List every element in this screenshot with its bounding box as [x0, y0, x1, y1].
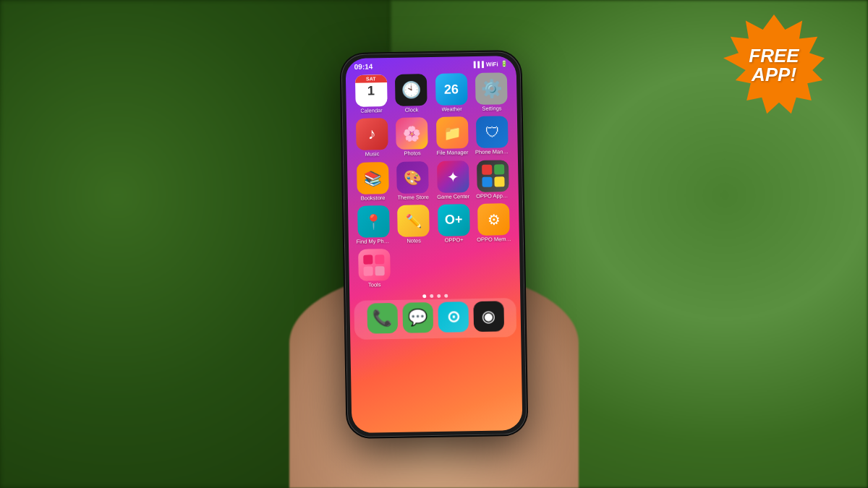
app-photos[interactable]: 🌸 Photos [393, 117, 430, 157]
app-settings[interactable]: ⚙️ Settings [473, 72, 509, 112]
app-calendar-label: Calendar [360, 108, 383, 114]
app-phonemanager-label: Phone Mana... [475, 149, 510, 155]
phone-body: 09:14 ▐▐▐ WiFi 🔋 SAT 1 C [341, 51, 527, 437]
signal-icon: ▐▐▐ [472, 61, 484, 67]
dot-1 [422, 294, 426, 298]
wifi-icon: WiFi [486, 61, 498, 67]
app-photos-label: Photos [404, 150, 420, 157]
app-music-label: Music [365, 151, 380, 158]
dock-messages[interactable]: 💬 [402, 302, 433, 333]
phone-wrapper: 09:14 ▐▐▐ WiFi 🔋 SAT 1 C [341, 51, 527, 437]
app-phonemanager[interactable]: 🛡 Phone Mana... [474, 116, 510, 155]
app-oppomember-label: OPPO Member [477, 236, 511, 242]
app-clock[interactable]: 🕙 Clock [393, 74, 429, 114]
app-themestore[interactable]: 🎨 Theme Store [394, 160, 430, 200]
app-grid: SAT 1 Calendar 🕙 Clock 26 Weather [346, 69, 520, 292]
app-oppoapp[interactable]: OPPO AppSt... [475, 159, 511, 199]
free-app-badge: FREE APP! [723, 14, 825, 116]
badge-text: FREE APP! [749, 46, 799, 84]
dot-2 [430, 294, 433, 298]
phone-screen: 09:14 ▐▐▐ WiFi 🔋 SAT 1 C [345, 55, 522, 432]
app-oppomember[interactable]: ⚙ OPPO Member [476, 202, 512, 242]
app-filemanager-label: File Manager [437, 150, 469, 156]
battery-icon: 🔋 [501, 61, 508, 67]
app-oppoapp-label: OPPO AppSt... [476, 192, 511, 199]
weather-value: 26 [444, 81, 459, 96]
app-bookstore-label: Bookstore [361, 194, 386, 201]
dock-camera[interactable]: ⊙ [438, 301, 469, 333]
app-gamecenter-label: Game Center [437, 193, 469, 200]
dot-4 [444, 294, 448, 297]
app-tools[interactable]: Tools [356, 249, 392, 288]
status-time: 09:14 [354, 62, 373, 70]
status-icons: ▐▐▐ WiFi 🔋 [472, 61, 508, 68]
app-gamecenter[interactable]: ✦ Game Center [435, 160, 471, 200]
app-filemanager[interactable]: 📁 File Manager [434, 116, 470, 156]
app-bookstore[interactable]: 📚 Bookstore [354, 161, 391, 201]
dock-camera2[interactable]: ◉ [473, 301, 504, 332]
star-burst: FREE APP! [723, 14, 825, 116]
app-findmyphone[interactable]: 📍 Find My Phone [355, 205, 391, 244]
app-findmyphone-label: Find My Phone [357, 238, 391, 244]
app-weather-label: Weather [441, 106, 461, 113]
app-tools-label: Tools [368, 282, 381, 288]
app-clock-label: Clock [405, 107, 419, 114]
app-oppoplus[interactable]: O+ OPPO+ [435, 203, 472, 243]
dock: 📞 💬 ⊙ ◉ [354, 298, 516, 340]
app-calendar[interactable]: SAT 1 Calendar [353, 74, 389, 114]
app-oppoplus-label: OPPO+ [445, 237, 464, 244]
app-themestore-label: Theme Store [397, 194, 428, 200]
app-music[interactable]: ♪ Music [354, 118, 390, 158]
app-notes[interactable]: ✏️ Notes [396, 204, 432, 244]
dot-3 [437, 294, 441, 298]
app-settings-label: Settings [482, 106, 501, 112]
app-weather[interactable]: 26 Weather [433, 73, 469, 113]
dock-phone[interactable]: 📞 [367, 303, 398, 334]
app-notes-label: Notes [407, 238, 421, 244]
